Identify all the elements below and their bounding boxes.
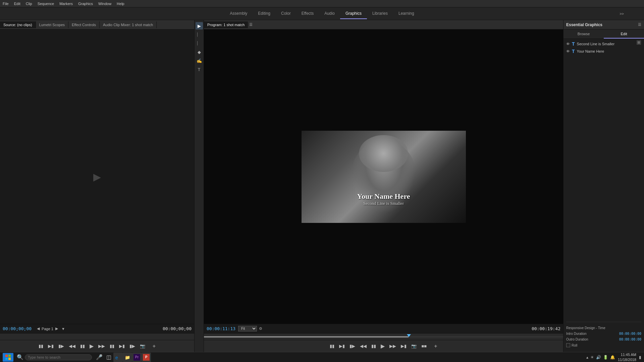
taskbar-task-view[interactable]: ◫	[104, 353, 113, 362]
tray-battery[interactable]: 🔋	[603, 355, 608, 360]
ws-tab-assembly[interactable]: Assembly	[224, 8, 253, 19]
eg-tab-browse[interactable]: Browse	[564, 29, 604, 39]
tool-ripple[interactable]: ⎸	[196, 40, 203, 47]
tool-type[interactable]: T	[196, 66, 203, 73]
ws-tab-editing[interactable]: Editing	[253, 8, 276, 19]
source-tab-bar: Source: (no clips) Lumetri Scopes Effect…	[0, 20, 194, 29]
prog-next-edit[interactable]: ▶▮	[399, 343, 408, 349]
source-step-fwd[interactable]: ▮▶	[57, 343, 65, 349]
eg-eye-2[interactable]: 👁	[566, 49, 570, 53]
source-stop[interactable]: ▮▮	[79, 343, 86, 349]
svg-rect-1	[8, 355, 11, 357]
eg-intro-value[interactable]: 00:00:00:00	[619, 332, 641, 336]
taskbar-edge[interactable]: e	[113, 353, 123, 362]
source-fwd-frame[interactable]: ▶▶	[97, 343, 106, 349]
menu-clip[interactable]: Clip	[26, 2, 32, 6]
menu-help[interactable]: Help	[117, 2, 124, 6]
ws-tab-graphics[interactable]: Graphics	[340, 8, 367, 19]
tool-razor[interactable]: ⎸	[196, 31, 203, 38]
taskbar-cortana[interactable]: 🎤	[95, 353, 104, 362]
source-tab-effects[interactable]: Effect Controls	[68, 21, 100, 28]
menu-graphics[interactable]: Graphics	[78, 2, 93, 6]
eg-responsive-design-section: Responsive Design - Time Intro Duration …	[564, 323, 644, 352]
prog-back-frame[interactable]: ◀◀	[359, 343, 368, 349]
eg-outro-value[interactable]: 00:00:00:00	[619, 338, 641, 341]
essential-graphics-panel: Essential Graphics ☰ Browse Edit 👁 T Sec…	[564, 20, 644, 352]
ws-tab-libraries[interactable]: Libraries	[367, 8, 393, 19]
eg-eye-1[interactable]: 👁	[566, 42, 570, 46]
taskbar-search-input[interactable]	[25, 354, 92, 360]
menu-markers[interactable]: Markers	[59, 2, 73, 6]
source-step-back[interactable]: ▶▮	[47, 343, 55, 349]
tray-network[interactable]: ☀	[590, 355, 594, 360]
svg-rect-0	[5, 355, 8, 357]
eg-title: Essential Graphics	[566, 22, 637, 27]
menu-sequence[interactable]: Sequence	[38, 2, 54, 6]
ws-tab-color[interactable]: Color	[276, 8, 296, 19]
source-tab-audio-mixer[interactable]: Audio Clip Mixer: 1 shot match	[100, 21, 157, 28]
source-export-frame[interactable]: 📷	[139, 343, 147, 349]
taskbar-explorer[interactable]: 📁	[123, 353, 132, 362]
program-scrub-bar[interactable]	[204, 333, 563, 340]
prog-step-back[interactable]: ▶▮	[338, 343, 346, 349]
eg-intro-row: Intro Duration 00:00:00:00	[566, 332, 641, 336]
start-button[interactable]	[3, 353, 13, 362]
source-scrub-bar[interactable]	[0, 333, 194, 340]
ws-tab-learning[interactable]: Learning	[393, 8, 420, 19]
prog-export-frame[interactable]: 📷	[410, 343, 418, 349]
tray-volume[interactable]: 🔊	[596, 355, 601, 360]
ws-tab-audio[interactable]: Audio	[319, 8, 340, 19]
tool-select[interactable]: ▶	[196, 22, 203, 29]
tool-hand[interactable]: ✍	[196, 57, 203, 64]
source-mark-in[interactable]: ▮▮	[37, 343, 45, 349]
taskbar-premiere[interactable]: Pr	[132, 353, 142, 362]
eg-menu-icon[interactable]: ☰	[638, 22, 641, 27]
source-tab-lumetri[interactable]: Lumetri Scopes	[36, 21, 68, 28]
prog-step-fwd[interactable]: ▮▶	[348, 343, 357, 349]
source-tab-no-clips[interactable]: Source: (no clips)	[0, 21, 36, 28]
program-settings-icon[interactable]: ⚙	[259, 326, 262, 331]
ws-tab-effects[interactable]: Effects	[296, 8, 319, 19]
program-panel-menu[interactable]: ☰	[249, 22, 253, 27]
eg-type-icon-2: T	[572, 49, 575, 54]
workspace-more[interactable]: >>	[620, 12, 624, 16]
menu-file[interactable]: File	[3, 2, 9, 6]
source-mark-out[interactable]: ▮▮	[108, 343, 116, 349]
tray-notification[interactable]: 🔔	[610, 355, 615, 360]
menu-edit[interactable]: Edit	[14, 2, 20, 6]
source-add[interactable]: +	[151, 343, 157, 350]
prog-stop[interactable]: ▮▮	[370, 343, 377, 349]
tool-panel: ▶ ⎸ ⎸ ◆ ✍ T	[195, 20, 204, 352]
show-desktop[interactable]: ▮	[639, 355, 641, 360]
prog-add[interactable]: +	[433, 343, 438, 350]
eg-tab-edit[interactable]: Edit	[604, 29, 644, 39]
prog-mark-in[interactable]: ▮▮	[328, 343, 336, 349]
source-page-next[interactable]: ▶	[55, 326, 58, 331]
source-play[interactable]: ▶	[88, 342, 95, 350]
menu-bar: File Edit Clip Sequence Markers Graphics…	[0, 0, 644, 7]
program-video-area: Your Name Here Second Line is Smaller	[204, 29, 563, 324]
taskbar-powerpoint[interactable]: P	[142, 353, 151, 362]
program-tab-bar: Program: 1 shot match ☰	[204, 20, 563, 29]
eg-layer-2[interactable]: 👁 T Your Name Here	[564, 48, 644, 55]
program-fit-selector[interactable]: Fit 25% 50% 75% 100%	[238, 326, 257, 331]
source-page-prev[interactable]: ◀	[37, 326, 40, 331]
tool-zoom[interactable]: ◆	[196, 48, 203, 56]
source-controls-bar: ▮▮ ▶▮ ▮▶ ◀◀ ▮▮ ▶ ▶▶ ▮▮ ▶▮ ▮▶ 📷 +	[0, 340, 194, 352]
menu-window[interactable]: Window	[98, 2, 111, 6]
source-timecode-left: 00:00;00;00	[3, 326, 32, 331]
source-page-dropdown[interactable]: ▼	[61, 327, 65, 331]
program-tab-main[interactable]: Program: 1 shot match	[204, 21, 248, 28]
prog-play[interactable]: ▶	[379, 342, 386, 350]
eg-align-icon[interactable]: ▣	[636, 39, 641, 45]
eg-layer-1[interactable]: 👁 T Second Line is Smaller	[564, 40, 644, 48]
eg-roll-checkbox[interactable]	[566, 343, 570, 347]
source-insert[interactable]: ▶▮	[118, 343, 126, 349]
source-back-frame[interactable]: ◀◀	[67, 343, 77, 349]
program-playhead[interactable]	[407, 334, 411, 337]
prog-fwd-frame[interactable]: ▶▶	[388, 343, 397, 349]
source-overwrite[interactable]: ▮▶	[128, 343, 137, 349]
prog-compare[interactable]: ■■	[420, 343, 428, 349]
system-time: 11:45 AM 11/18/2018	[618, 352, 636, 362]
tray-chevron[interactable]: ▴	[586, 355, 588, 360]
